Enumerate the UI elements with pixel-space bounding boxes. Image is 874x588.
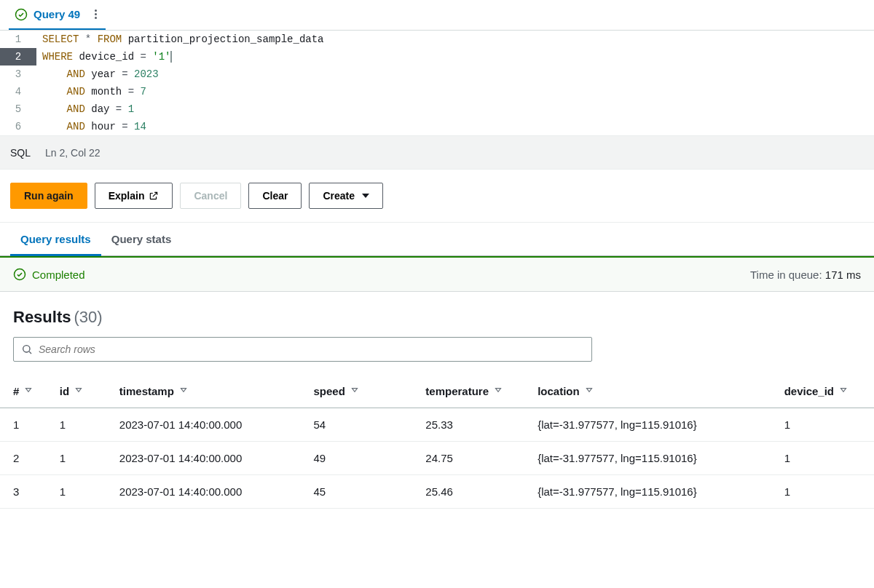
editor-line[interactable]: 5 AND day = 1 bbox=[0, 100, 874, 118]
search-input[interactable] bbox=[39, 343, 584, 355]
code-content[interactable]: WHERE device_id = '1' bbox=[36, 48, 172, 65]
table-cell: 1 bbox=[777, 475, 874, 509]
table-cell: {lat=-31.977577, lng=115.91016} bbox=[530, 442, 776, 475]
table-cell: 1 bbox=[52, 408, 112, 442]
table-cell: 45 bbox=[306, 475, 418, 509]
results-tabs: Query results Query stats bbox=[0, 223, 874, 256]
results-table: #idtimestampspeedtemperaturelocationdevi… bbox=[0, 375, 874, 509]
editor-line[interactable]: 3 AND year = 2023 bbox=[0, 65, 874, 83]
line-number: 5 bbox=[0, 100, 36, 118]
sort-icon[interactable] bbox=[23, 385, 34, 397]
search-rows-box[interactable] bbox=[13, 337, 592, 362]
cursor-position: Ln 2, Col 22 bbox=[45, 147, 101, 159]
column-label: # bbox=[13, 385, 19, 397]
code-content[interactable]: AND year = 2023 bbox=[36, 65, 159, 83]
column-label: location bbox=[538, 385, 580, 397]
external-link-icon bbox=[149, 191, 159, 201]
results-title: Results bbox=[13, 308, 71, 326]
editor-line[interactable]: 1SELECT * FROM partition_projection_samp… bbox=[0, 31, 874, 48]
editor-line[interactable]: 2WHERE device_id = '1' bbox=[0, 48, 874, 65]
editor-line[interactable]: 6 AND hour = 14 bbox=[0, 118, 874, 135]
table-cell: 1 bbox=[777, 442, 874, 475]
column-header-temperature[interactable]: temperature bbox=[418, 375, 530, 408]
query-tab[interactable]: Query 49 bbox=[9, 0, 106, 30]
kebab-menu-icon[interactable] bbox=[92, 7, 100, 22]
sort-icon[interactable] bbox=[178, 385, 189, 397]
table-cell: 24.75 bbox=[418, 442, 530, 475]
check-circle-icon bbox=[15, 8, 28, 21]
query-status-banner: Completed Time in queue: 171 ms bbox=[0, 256, 874, 292]
table-cell: 54 bbox=[306, 408, 418, 442]
editor-line[interactable]: 4 AND month = 7 bbox=[0, 83, 874, 100]
table-cell: {lat=-31.977577, lng=115.91016} bbox=[530, 475, 776, 509]
explain-label: Explain bbox=[109, 190, 145, 202]
action-buttons-row: Run again Explain Cancel Clear Create bbox=[0, 170, 874, 223]
table-row[interactable]: 212023-07-01 14:40:00.0004924.75{lat=-31… bbox=[0, 442, 874, 475]
results-header: Results (30) bbox=[0, 292, 874, 337]
run-again-button[interactable]: Run again bbox=[10, 183, 87, 209]
line-number: 1 bbox=[0, 31, 36, 48]
clear-button[interactable]: Clear bbox=[248, 183, 302, 209]
table-row[interactable]: 312023-07-01 14:40:00.0004525.46{lat=-31… bbox=[0, 475, 874, 509]
column-header-id[interactable]: id bbox=[52, 375, 112, 408]
column-label: speed bbox=[313, 385, 345, 397]
explain-button[interactable]: Explain bbox=[95, 183, 173, 209]
column-header-location[interactable]: location bbox=[530, 375, 776, 408]
svg-point-2 bbox=[23, 346, 30, 352]
sort-icon[interactable] bbox=[493, 385, 503, 397]
table-cell: 25.46 bbox=[418, 475, 530, 509]
line-number: 2 bbox=[0, 48, 36, 65]
search-icon bbox=[21, 343, 33, 355]
editor-language: SQL bbox=[10, 147, 31, 159]
cancel-button: Cancel bbox=[180, 183, 241, 209]
sort-icon[interactable] bbox=[838, 385, 849, 397]
sql-editor[interactable]: 1SELECT * FROM partition_projection_samp… bbox=[0, 31, 874, 136]
table-row[interactable]: 112023-07-01 14:40:00.0005425.33{lat=-31… bbox=[0, 408, 874, 442]
code-content[interactable]: AND month = 7 bbox=[36, 83, 146, 100]
sort-icon[interactable] bbox=[584, 385, 594, 397]
column-header-deviceid[interactable]: device_id bbox=[777, 375, 874, 408]
sort-icon[interactable] bbox=[350, 385, 360, 397]
editor-status-bar: SQL Ln 2, Col 22 bbox=[0, 136, 874, 170]
tab-query-results[interactable]: Query results bbox=[10, 223, 101, 255]
chevron-down-icon bbox=[362, 194, 369, 198]
create-dropdown-button[interactable]: Create bbox=[309, 183, 383, 209]
svg-point-1 bbox=[15, 269, 25, 280]
table-cell: {lat=-31.977577, lng=115.91016} bbox=[530, 408, 776, 442]
sort-icon[interactable] bbox=[74, 385, 84, 397]
line-number: 6 bbox=[0, 118, 36, 135]
code-content[interactable]: AND day = 1 bbox=[36, 100, 134, 118]
table-cell: 3 bbox=[0, 475, 52, 509]
line-number: 3 bbox=[0, 65, 36, 83]
column-label: device_id bbox=[784, 385, 834, 397]
table-cell: 1 bbox=[0, 408, 52, 442]
table-cell: 1 bbox=[52, 442, 112, 475]
results-count: (30) bbox=[74, 308, 102, 326]
queue-time-label: Time in queue: bbox=[750, 269, 822, 281]
column-header-[interactable]: # bbox=[0, 375, 52, 408]
line-number: 4 bbox=[0, 83, 36, 100]
tab-query-stats[interactable]: Query stats bbox=[101, 223, 182, 255]
column-header-speed[interactable]: speed bbox=[306, 375, 418, 408]
column-label: timestamp bbox=[119, 385, 174, 397]
table-cell: 2023-07-01 14:40:00.000 bbox=[112, 475, 307, 509]
query-tab-bar: Query 49 bbox=[0, 0, 874, 31]
queue-time-value: 171 ms bbox=[825, 269, 861, 281]
column-label: id bbox=[60, 385, 69, 397]
column-header-timestamp[interactable]: timestamp bbox=[112, 375, 307, 408]
create-label: Create bbox=[323, 190, 355, 202]
table-cell: 1 bbox=[52, 475, 112, 509]
code-content[interactable]: SELECT * FROM partition_projection_sampl… bbox=[36, 31, 324, 48]
code-content[interactable]: AND hour = 14 bbox=[36, 118, 146, 135]
svg-point-0 bbox=[16, 9, 27, 20]
column-label: temperature bbox=[425, 385, 489, 397]
query-tab-label: Query 49 bbox=[34, 8, 80, 20]
query-status-text: Completed bbox=[32, 269, 85, 281]
table-cell: 2 bbox=[0, 442, 52, 475]
table-cell: 1 bbox=[777, 408, 874, 442]
table-cell: 49 bbox=[306, 442, 418, 475]
check-circle-icon bbox=[13, 268, 26, 281]
table-cell: 25.33 bbox=[418, 408, 530, 442]
table-cell: 2023-07-01 14:40:00.000 bbox=[112, 442, 307, 475]
table-cell: 2023-07-01 14:40:00.000 bbox=[112, 408, 307, 442]
